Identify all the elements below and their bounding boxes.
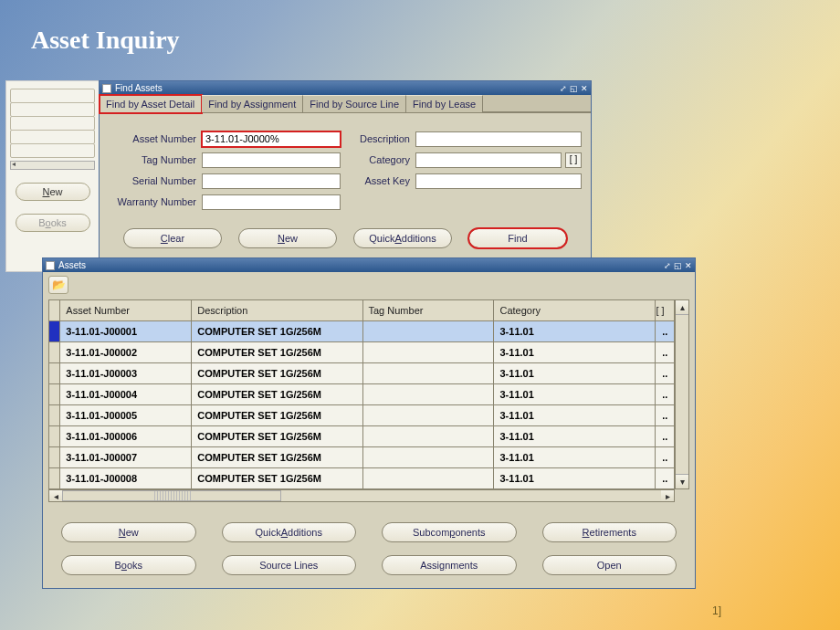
assets-grid[interactable]: Asset Number Description Tag Number Cate… — [48, 299, 675, 489]
cell-tag[interactable] — [363, 426, 494, 446]
quickadditions-button[interactable]: QuickAdditions — [353, 228, 452, 248]
table-row[interactable]: 3-11.01-J00006COMPUTER SET 1G/256M3-11.0… — [49, 426, 675, 447]
minimize-icon[interactable]: ⤢ — [560, 84, 567, 93]
cell-category[interactable]: 3-11.01 — [494, 405, 655, 425]
new-button[interactable]: New — [238, 228, 337, 248]
quickadditions-button[interactable]: QuickAdditions — [222, 522, 357, 542]
cell-tag[interactable] — [363, 468, 494, 488]
scroll-up-icon[interactable]: ▴ — [676, 300, 688, 315]
retirements-button[interactable]: Retirements — [542, 522, 677, 542]
table-row[interactable]: 3-11.01-J00002COMPUTER SET 1G/256M3-11.0… — [49, 342, 675, 363]
warranty-number-input[interactable] — [202, 194, 341, 210]
cell-description[interactable]: COMPUTER SET 1G/256M — [192, 363, 362, 383]
cell-description[interactable]: COMPUTER SET 1G/256M — [192, 468, 362, 488]
cell-asset-number[interactable]: 3-11.01-J00004 — [60, 384, 191, 404]
cell-description[interactable]: COMPUTER SET 1G/256M — [192, 384, 362, 404]
cell-category[interactable]: 3-11.01 — [494, 426, 655, 446]
serial-number-input[interactable] — [202, 173, 341, 189]
tab-find-by-assignment[interactable]: Find by Assignment — [202, 95, 303, 112]
table-row[interactable]: 3-11.01-J00003COMPUTER SET 1G/256M3-11.0… — [49, 363, 675, 384]
bg-row — [10, 89, 95, 103]
cell-asset-number[interactable]: 3-11.01-J00007 — [60, 447, 191, 467]
tab-find-by-source-line[interactable]: Find by Source Line — [303, 95, 406, 112]
cell-tag[interactable] — [363, 447, 494, 467]
cell-asset-number[interactable]: 3-11.01-J00003 — [60, 363, 191, 383]
cell-asset-number[interactable]: 3-11.01-J00001 — [60, 321, 191, 341]
subcomponents-button[interactable]: Subcomponents — [382, 522, 517, 542]
table-row[interactable]: 3-11.01-J00004COMPUTER SET 1G/256M3-11.0… — [49, 384, 675, 405]
flex-button[interactable]: .. — [656, 321, 674, 341]
scroll-thumb[interactable] — [62, 490, 281, 501]
serial-number-label: Serial Number — [109, 175, 202, 186]
folder-icon[interactable]: 📂 — [48, 276, 68, 294]
maximize-icon[interactable]: ◱ — [570, 84, 578, 93]
flex-button[interactable]: .. — [656, 447, 674, 467]
flex-button[interactable]: .. — [656, 468, 674, 488]
close-icon[interactable]: ✕ — [685, 261, 692, 270]
cell-category[interactable]: 3-11.01 — [494, 342, 655, 362]
cell-asset-number[interactable]: 3-11.01-J00006 — [60, 426, 191, 446]
table-row[interactable]: 3-11.01-J00008COMPUTER SET 1G/256M3-11.0… — [49, 468, 675, 489]
vertical-scrollbar[interactable]: ▴ ▾ — [675, 299, 689, 489]
cell-tag[interactable] — [363, 342, 494, 362]
assets-window-title: Assets — [58, 260, 86, 270]
cell-description[interactable]: COMPUTER SET 1G/256M — [192, 405, 362, 425]
clear-button[interactable]: Clear — [123, 228, 222, 248]
table-row[interactable]: 3-11.01-J00001COMPUTER SET 1G/256M3-11.0… — [49, 321, 675, 342]
flex-button[interactable]: .. — [656, 384, 674, 404]
new-button[interactable]: New — [61, 522, 196, 542]
col-category[interactable]: Category — [494, 300, 656, 321]
new-button[interactable]: New — [16, 183, 90, 201]
cell-description[interactable]: COMPUTER SET 1G/256M — [192, 447, 362, 467]
cell-category[interactable]: 3-11.01 — [494, 468, 655, 488]
category-input[interactable] — [415, 152, 562, 168]
find-button[interactable]: Find — [468, 228, 567, 248]
table-row[interactable]: 3-11.01-J00005COMPUTER SET 1G/256M3-11.0… — [49, 405, 675, 426]
assignments-button[interactable]: Assignments — [382, 555, 517, 575]
cell-tag[interactable] — [363, 321, 494, 341]
cell-category[interactable]: 3-11.01 — [494, 384, 655, 404]
asset-number-label: Asset Number — [109, 133, 202, 144]
cell-category[interactable]: 3-11.01 — [494, 447, 655, 467]
table-row[interactable]: 3-11.01-J00007COMPUTER SET 1G/256M3-11.0… — [49, 447, 675, 468]
source-lines-button[interactable]: Source Lines — [222, 555, 357, 575]
minimize-icon[interactable]: ⤢ — [664, 261, 671, 270]
cell-category[interactable]: 3-11.01 — [494, 363, 655, 383]
cell-description[interactable]: COMPUTER SET 1G/256M — [192, 321, 362, 341]
flex-button[interactable]: .. — [656, 363, 674, 383]
bg-scrollbar[interactable] — [10, 161, 95, 170]
tab-find-by-asset-detail[interactable]: Find by Asset Detail — [100, 95, 202, 113]
tag-number-input[interactable] — [202, 152, 341, 168]
cell-description[interactable]: COMPUTER SET 1G/256M — [192, 342, 362, 362]
asset-key-input[interactable] — [415, 173, 582, 189]
col-description[interactable]: Description — [192, 300, 362, 321]
category-lov-button[interactable]: [ ] — [565, 152, 582, 168]
flex-button[interactable]: .. — [656, 405, 674, 425]
flex-button[interactable]: .. — [656, 426, 674, 446]
scroll-down-icon[interactable]: ▾ — [676, 474, 688, 488]
cell-tag[interactable] — [363, 405, 494, 425]
close-icon[interactable]: ✕ — [581, 84, 588, 93]
scroll-left-icon[interactable]: ◂ — [49, 490, 62, 501]
assets-window-titlebar[interactable]: Assets ⤢ ◱ ✕ — [43, 258, 695, 272]
asset-number-input[interactable] — [202, 131, 341, 147]
cell-description[interactable]: COMPUTER SET 1G/256M — [192, 426, 362, 446]
maximize-icon[interactable]: ◱ — [674, 261, 682, 270]
cell-tag[interactable] — [363, 384, 494, 404]
cell-category[interactable]: 3-11.01 — [494, 321, 655, 341]
col-tag-number[interactable]: Tag Number — [362, 300, 494, 321]
open-button[interactable]: Open — [542, 555, 677, 575]
tab-find-by-lease[interactable]: Find by Lease — [406, 95, 483, 112]
col-flex[interactable]: [ ] — [656, 300, 675, 321]
scroll-right-icon[interactable]: ▸ — [661, 490, 674, 501]
find-window-titlebar[interactable]: Find Assets ⤢ ◱ ✕ — [100, 81, 591, 95]
cell-asset-number[interactable]: 3-11.01-J00005 — [60, 405, 191, 425]
cell-tag[interactable] — [363, 363, 494, 383]
description-input[interactable] — [415, 131, 582, 147]
books-button[interactable]: Books — [61, 555, 196, 575]
flex-button[interactable]: .. — [656, 342, 674, 362]
cell-asset-number[interactable]: 3-11.01-J00002 — [60, 342, 191, 362]
horizontal-scrollbar[interactable]: ◂ ▸ — [48, 489, 675, 502]
cell-asset-number[interactable]: 3-11.01-J00008 — [60, 468, 191, 488]
col-asset-number[interactable]: Asset Number — [60, 300, 192, 321]
